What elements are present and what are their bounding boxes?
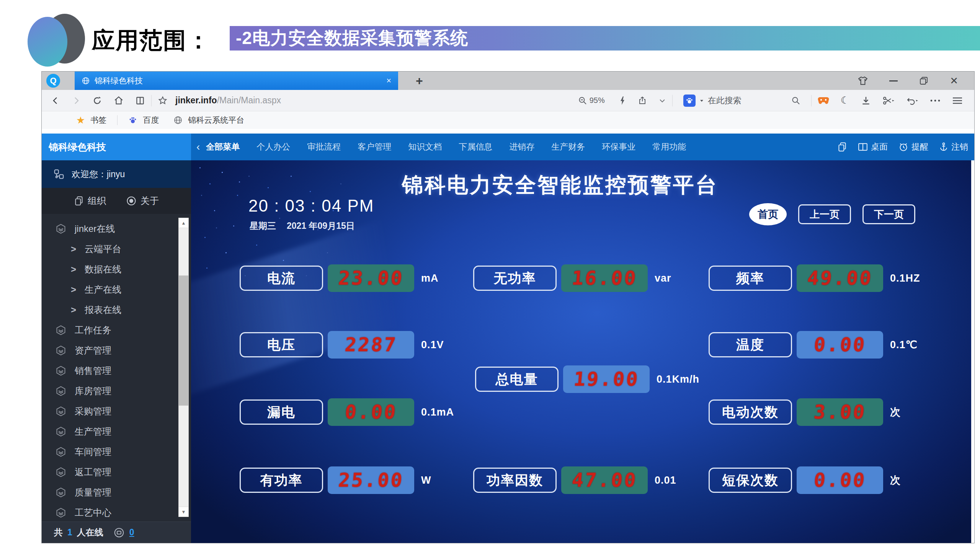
theme-shirt-icon[interactable]: [858, 76, 868, 85]
active-tab[interactable]: 锦科绿色科技 ×: [75, 72, 398, 90]
sidebar-scrollbar[interactable]: ▲ ▼: [178, 218, 189, 517]
screenshot-scissors-icon[interactable]: [882, 96, 895, 106]
nav-item-personal-office[interactable]: 个人办公: [256, 141, 290, 153]
refresh-icon[interactable]: [92, 96, 102, 106]
scroll-up-icon[interactable]: ▲: [179, 218, 188, 228]
restore-button[interactable]: [919, 76, 928, 85]
online-prefix: 共: [54, 527, 63, 538]
engine-dropdown-icon[interactable]: [699, 98, 704, 103]
zoom-level[interactable]: 95%: [590, 96, 605, 105]
night-mode-icon[interactable]: ☾: [841, 95, 849, 106]
bookmarks-star-icon[interactable]: ★: [76, 114, 85, 126]
seven-segment-display: 3.00: [797, 398, 883, 426]
forward-icon[interactable]: [72, 96, 81, 106]
organization-button[interactable]: 组织: [74, 195, 106, 207]
nav-collapse-icon[interactable]: ‹: [196, 141, 200, 153]
page-scrollbar-strip[interactable]: [971, 160, 974, 543]
nav-item-customer-mgmt[interactable]: 客户管理: [358, 141, 391, 153]
search-icon[interactable]: [791, 96, 800, 105]
module-hexagon-icon: [56, 487, 66, 498]
seven-segment-display: 16.00: [561, 264, 648, 292]
nav-item-all-menu[interactable]: 全部菜单: [206, 141, 240, 153]
online-count[interactable]: 1: [67, 527, 72, 538]
tree-item-quality-mgmt[interactable]: 质量管理: [42, 482, 191, 502]
tree-item-warehouse-mgmt[interactable]: 库房管理: [42, 381, 191, 401]
tree-item-work-tasks[interactable]: 工作任务: [42, 320, 191, 340]
bookmark-globe-icon[interactable]: [173, 116, 183, 125]
nav-item-subordinate-info[interactable]: 下属信息: [459, 141, 492, 153]
baidu-paw-icon[interactable]: [128, 116, 137, 125]
alarm-clock-icon: [898, 142, 908, 152]
metric-frequency: 频率 49.00 0.1HZ: [709, 264, 920, 292]
tree-item-asset-mgmt[interactable]: 资产管理: [42, 340, 191, 360]
tree-item-production-mgmt[interactable]: 生产管理: [42, 421, 191, 442]
browser-logo-icon[interactable]: Q: [46, 74, 60, 88]
minimize-button[interactable]: [889, 80, 898, 82]
seven-segment-display: 19.00: [563, 365, 650, 393]
tree-item-process-center[interactable]: 工艺中心: [42, 502, 191, 522]
metric-power-factor: 功率因数 47.00 0.01: [473, 466, 676, 494]
nav-item-environmental[interactable]: 环保事业: [602, 141, 635, 153]
chevron-down-icon[interactable]: [658, 97, 666, 104]
tree-item-report-online[interactable]: > 报表在线: [42, 300, 191, 320]
chat-icon[interactable]: [113, 527, 125, 538]
home-icon[interactable]: [114, 96, 124, 106]
zoom-out-icon[interactable]: [578, 96, 587, 105]
tree-item-data-online[interactable]: > 数据在线: [42, 259, 191, 279]
reading-mode-icon[interactable]: [135, 96, 145, 106]
nav-item-production-finance[interactable]: 生产财务: [551, 141, 585, 153]
desktop-button[interactable]: 桌面: [858, 141, 888, 153]
reminder-button[interactable]: 提醒: [898, 141, 928, 153]
metric-unit: 次: [890, 473, 901, 487]
scroll-down-icon[interactable]: ▼: [179, 507, 188, 517]
module-hexagon-icon: [56, 406, 66, 417]
download-icon[interactable]: [861, 96, 871, 106]
prev-page-button[interactable]: 上一页: [798, 204, 851, 224]
about-button[interactable]: 关于: [126, 195, 159, 207]
share-icon[interactable]: [638, 96, 647, 105]
tree-item-purchase-mgmt[interactable]: 采购管理: [42, 401, 191, 421]
tree-item-production-online[interactable]: > 生产在线: [42, 279, 191, 300]
back-icon[interactable]: [51, 96, 60, 106]
browser-window: Q 锦科绿色科技 × + ✕ jinker.info/Main/Main.asp…: [41, 71, 975, 543]
more-options-icon[interactable]: [930, 99, 941, 103]
message-count[interactable]: 0: [129, 527, 134, 538]
baidu-search-engine-icon[interactable]: [683, 95, 696, 107]
tree-item-sales-mgmt[interactable]: 销售管理: [42, 360, 191, 381]
welcome-text: 欢迎您：jinyu: [72, 168, 125, 180]
nav-item-knowledge-docs[interactable]: 知识文档: [408, 141, 442, 153]
search-input[interactable]: 在此搜索: [708, 95, 742, 106]
logout-button[interactable]: 注销: [939, 141, 968, 153]
metric-current: 电流 23.00 mA: [240, 264, 439, 292]
menu-hamburger-icon[interactable]: [952, 96, 963, 105]
url-display[interactable]: jinker.info/Main/Main.aspx: [175, 95, 281, 106]
pages-icon[interactable]: [837, 142, 847, 152]
nav-item-inventory[interactable]: 进销存: [509, 141, 534, 153]
tree-arrow-icon: >: [71, 305, 76, 315]
new-tab-button[interactable]: +: [416, 75, 423, 87]
metric-label: 电流: [240, 266, 323, 291]
tree-item-rework-mgmt[interactable]: 返工管理: [42, 462, 191, 482]
flash-icon[interactable]: [619, 96, 626, 105]
bookmarks-label[interactable]: 书签: [90, 115, 106, 126]
url-domain: jinker.info: [175, 95, 217, 105]
module-hexagon-icon: [56, 467, 66, 478]
close-button[interactable]: ✕: [950, 76, 958, 86]
favorite-star-icon[interactable]: [158, 96, 168, 106]
bookmark-site[interactable]: 锦科云系统平台: [188, 115, 244, 126]
bookmark-baidu[interactable]: 百度: [143, 115, 159, 126]
next-page-button[interactable]: 下一页: [862, 204, 915, 224]
tree-arrow-icon: >: [71, 284, 76, 295]
metric-unit: 0.1V: [421, 339, 444, 351]
tree-item-jinker-online[interactable]: jinker在线: [42, 218, 191, 239]
game-center-icon[interactable]: [818, 96, 829, 105]
tab-close-icon[interactable]: ×: [386, 76, 391, 86]
tree-item-workshop-mgmt[interactable]: 车间管理: [42, 442, 191, 462]
search-box[interactable]: 在此搜索: [683, 95, 800, 107]
undo-icon[interactable]: [906, 96, 918, 106]
scroll-thumb[interactable]: [179, 276, 188, 406]
tree-item-cloud-platform[interactable]: > 云端平台: [42, 239, 191, 259]
nav-item-common-functions[interactable]: 常用功能: [652, 141, 686, 153]
nav-item-approval-flow[interactable]: 审批流程: [307, 141, 341, 153]
home-page-button[interactable]: 首页: [749, 203, 787, 225]
